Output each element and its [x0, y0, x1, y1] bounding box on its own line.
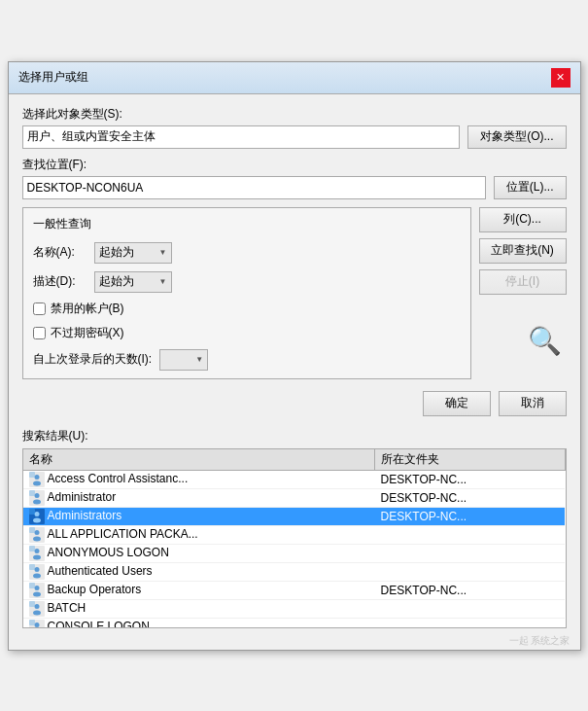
days-input[interactable]: ▼ [159, 349, 208, 371]
close-button[interactable]: ✕ [551, 68, 571, 88]
search-icon: 🔍 [524, 320, 567, 363]
location-button[interactable]: 位置(L)... [494, 176, 567, 199]
cell-name: Backup Operators [23, 581, 375, 599]
table-row[interactable]: Access Control Assistanc...DESKTOP-NC... [23, 470, 566, 488]
cancel-button[interactable]: 取消 [499, 391, 567, 416]
svg-rect-19 [29, 546, 35, 551]
stop-button[interactable]: 停止(I) [479, 269, 567, 295]
svg-point-30 [33, 610, 41, 615]
dialog-body: 选择此对象类型(S): 对象类型(O)... 查找位置(F): 位置(L)...… [9, 94, 580, 428]
table-row[interactable]: ALL APPLICATION PACKA... [23, 525, 566, 544]
desc-query-row: 描述(D): 起始为 ▼ [33, 271, 461, 293]
object-type-input[interactable] [22, 125, 461, 149]
svg-rect-27 [29, 583, 35, 588]
ok-cancel-row: 确定 取消 [22, 391, 567, 416]
name-query-label: 名称(A): [33, 244, 86, 261]
columns-button[interactable]: 列(C)... [479, 207, 567, 232]
select-user-dialog: 选择用户或组 ✕ 选择此对象类型(S): 对象类型(O)... 查找位置(F):… [8, 61, 581, 651]
cell-folder [375, 618, 565, 628]
dialog-title: 选择用户或组 [18, 69, 88, 86]
location-row: 查找位置(F): 位置(L)... [22, 157, 567, 199]
svg-rect-35 [29, 620, 35, 625]
cell-name: ALL APPLICATION PACKA... [23, 525, 375, 544]
svg-point-22 [33, 573, 41, 578]
svg-point-18 [33, 554, 41, 559]
watermark-area: 一起 系统之家 [9, 632, 580, 650]
svg-rect-3 [29, 472, 35, 478]
cell-folder [375, 544, 565, 562]
location-input[interactable] [22, 176, 486, 199]
svg-rect-23 [29, 564, 35, 570]
svg-point-9 [34, 512, 39, 516]
title-bar: 选择用户或组 ✕ [9, 62, 580, 94]
svg-point-26 [33, 591, 41, 596]
no-expire-label: 不过期密码(X) [51, 325, 124, 341]
desc-dropdown[interactable]: 起始为 ▼ [94, 271, 172, 293]
desc-dropdown-arrow: ▼ [159, 277, 167, 286]
days-row: 自上次登录后的天数(I): ▼ [33, 349, 461, 371]
table-row[interactable]: ANONYMOUS LOGON [23, 544, 566, 562]
desc-query-label: 描述(D): [33, 273, 86, 290]
name-dropdown-value: 起始为 [99, 244, 134, 261]
find-now-button[interactable]: 立即查找(N) [479, 238, 567, 264]
table-row[interactable]: CONSOLE LOGON [23, 618, 566, 628]
svg-rect-7 [29, 490, 35, 496]
name-dropdown[interactable]: 起始为 ▼ [94, 242, 172, 264]
cell-folder [375, 562, 565, 581]
object-type-label: 选择此对象类型(S): [22, 106, 567, 123]
ok-button[interactable]: 确定 [423, 391, 491, 416]
left-area: 一般性查询 名称(A): 起始为 ▼ 描述(D): 起始为 ▼ [22, 207, 471, 379]
no-expire-checkbox[interactable] [33, 327, 46, 339]
object-type-button[interactable]: 对象类型(O)... [467, 125, 566, 149]
object-type-input-row: 对象类型(O)... [22, 125, 567, 149]
cell-name: CONSOLE LOGON [23, 618, 375, 628]
general-query-title: 一般性查询 [33, 216, 461, 232]
svg-point-25 [34, 586, 39, 590]
table-row[interactable]: AdministratorDESKTOP-NC... [23, 488, 566, 507]
cell-name: Access Control Assistanc... [23, 470, 375, 488]
svg-point-10 [33, 517, 41, 522]
svg-point-2 [33, 480, 41, 485]
cell-folder: DESKTOP-NC... [375, 581, 565, 599]
main-area: 一般性查询 名称(A): 起始为 ▼ 描述(D): 起始为 ▼ [22, 207, 567, 379]
cell-folder [375, 599, 565, 618]
svg-point-6 [33, 499, 41, 504]
cell-name: ANONYMOUS LOGON [23, 544, 375, 562]
svg-point-33 [34, 622, 39, 627]
location-input-row: 位置(L)... [22, 176, 567, 199]
search-icon-area: 🔍 [479, 301, 567, 363]
object-type-row: 选择此对象类型(S): 对象类型(O)... [22, 106, 567, 149]
col-name-header: 名称 [23, 449, 375, 471]
svg-point-13 [34, 530, 39, 535]
svg-point-14 [33, 536, 41, 541]
name-query-row: 名称(A): 起始为 ▼ [33, 242, 461, 264]
results-table: 名称 所在文件夹 Access Control Assistanc...DESK… [23, 449, 566, 628]
location-label: 查找位置(F): [22, 157, 567, 173]
days-label: 自上次登录后的天数(I): [33, 351, 153, 368]
table-row[interactable]: Authenticated Users [23, 562, 566, 581]
col-folder-header: 所在文件夹 [375, 449, 565, 471]
cell-folder [375, 525, 565, 544]
cell-folder: DESKTOP-NC... [375, 488, 565, 507]
no-expire-row: 不过期密码(X) [33, 325, 461, 341]
svg-point-29 [34, 604, 39, 609]
disabled-accounts-label: 禁用的帐户(B) [51, 301, 124, 317]
general-query-box: 一般性查询 名称(A): 起始为 ▼ 描述(D): 起始为 ▼ [22, 207, 471, 379]
cell-name: BATCH [23, 599, 375, 618]
svg-point-5 [34, 493, 39, 498]
svg-point-1 [34, 475, 39, 480]
cell-folder: DESKTOP-NC... [375, 470, 565, 488]
cell-name: Authenticated Users [23, 562, 375, 581]
table-row[interactable]: AdministratorsDESKTOP-NC... [23, 507, 566, 525]
days-dropdown-arrow: ▼ [195, 355, 203, 364]
svg-rect-31 [29, 601, 35, 607]
disabled-accounts-checkbox[interactable] [33, 302, 46, 315]
svg-point-21 [34, 567, 39, 572]
cell-name: Administrators [23, 507, 375, 525]
desc-dropdown-value: 起始为 [99, 273, 134, 290]
svg-rect-11 [29, 509, 35, 515]
table-row[interactable]: Backup OperatorsDESKTOP-NC... [23, 581, 566, 599]
table-row[interactable]: BATCH [23, 599, 566, 618]
results-table-wrap[interactable]: 名称 所在文件夹 Access Control Assistanc...DESK… [22, 448, 567, 628]
svg-rect-15 [29, 527, 35, 533]
